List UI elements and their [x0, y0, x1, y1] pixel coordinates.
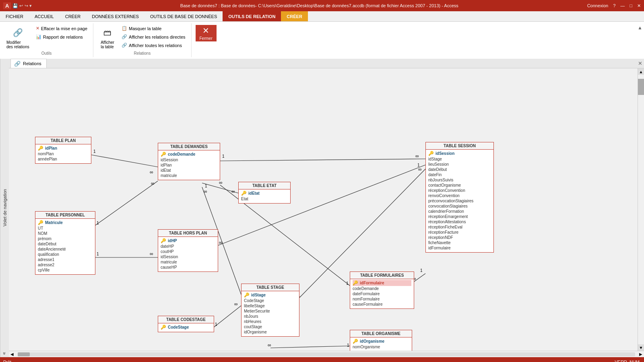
table-plan-body: 🔑 idPlan nomPlan annéePlan [35, 144, 91, 163]
field-lieusession: lieuSession [428, 162, 491, 167]
table-demandes-header: TABLE DEMANDES [158, 143, 220, 150]
right-scrollbar[interactable]: ▲ ▼ [638, 68, 644, 351]
svg-text:∞: ∞ [219, 240, 223, 245]
tab-creer2[interactable]: CRÉER [281, 11, 308, 21]
field-qualification: qualification [38, 252, 93, 257]
table-session[interactable]: TABLE SESSION 🔑 idSession idStage lieuSe… [425, 142, 494, 253]
svg-line-17 [218, 165, 425, 245]
table-demandes[interactable]: TABLE DEMANDES 🔑 codeDemande idSession i… [158, 143, 220, 180]
relations-tab-icon: 🔗 [14, 61, 21, 67]
field-fichenavette: ficheNavette [428, 240, 491, 245]
field-coutstage: coutStage [244, 324, 297, 329]
hscroll-thumb[interactable] [18, 352, 30, 356]
table-formulaires[interactable]: TABLE FORMULAIRES 🔑 idFormulaire codeDem… [350, 272, 414, 309]
nav-pane[interactable]: » Volet de navigation [0, 59, 9, 357]
help-btn[interactable]: ? [613, 3, 615, 8]
key-icon: 🔑 [353, 280, 358, 286]
hscroll[interactable]: ◀ ▶ [9, 351, 644, 357]
field-nom: NOM [38, 231, 93, 236]
field-idstage: 🔑 idStage [244, 292, 297, 298]
table-codestage[interactable]: TABLE CODESTAGE 🔑 CodeStage [158, 316, 214, 332]
masquer-table-btn[interactable]: 📋 Masquer la table [120, 25, 187, 32]
hscroll-right-btn[interactable]: ▶ [638, 352, 644, 356]
tab-creer[interactable]: CRÉER [60, 11, 87, 21]
tab-accueil[interactable]: ACCUEIL [29, 11, 60, 21]
hscroll-track[interactable] [18, 352, 635, 356]
relations-tab[interactable]: 🔗 Relations [10, 59, 47, 68]
tab-outils-relation[interactable]: OUTILS DE RELATION [223, 11, 281, 21]
table-etat[interactable]: TABLE ETAT 🔑 idEtat Etat [238, 182, 291, 204]
fermer-btn[interactable]: ✕ Fermer [196, 25, 217, 41]
table-codestage-header: TABLE CODESTAGE [158, 316, 214, 323]
tab-donnees-externes[interactable]: DONNÉES EXTERNES [86, 11, 144, 21]
field-idsession-hp: idSession [161, 254, 215, 259]
field-codedemande-frm: codeDemande [353, 286, 411, 291]
field-idhp: 🔑 idHP [161, 238, 215, 244]
afficher-relations-directes-btn[interactable]: 🔗 Afficher les relations directes [120, 33, 187, 40]
field-datedebut-ses: dateDébut [428, 167, 491, 172]
svg-text:∞: ∞ [231, 189, 235, 194]
field-idetat-dem: idEtat [161, 168, 217, 173]
ribbon-tabs: FICHIER ACCUEIL CRÉER DONNÉES EXTERNES O… [0, 11, 644, 22]
table-session-body: 🔑 idSession idStage lieuSession dateDébu… [426, 150, 493, 252]
maximize-btn[interactable]: □ [630, 3, 632, 8]
scroll-up-btn[interactable]: ▲ [638, 68, 644, 75]
field-idsession-dem: idSession [161, 157, 217, 162]
scroll-track[interactable] [638, 75, 644, 344]
tab-close-btn[interactable]: ✕ [638, 60, 642, 66]
table-stage-body: 🔑 idStage CodeStage libelleStage MetierS… [242, 291, 299, 336]
svg-line-0 [91, 155, 158, 167]
effacer-mise-en-page-btn[interactable]: ✕ Effacer la mise en page [34, 25, 89, 32]
table-personnel[interactable]: TABLE PERSONNEL 🔑 Matricule UT NOM préno… [35, 211, 95, 275]
field-dateformulaire: dateFormulaire [353, 291, 411, 296]
ribbon-group-outils: 🔗 Modifierdes relations ✕ Effacer la mis… [0, 23, 93, 57]
tab-outils-bdd[interactable]: OUTILS DE BASE DE DONNÉES [144, 11, 223, 21]
table-plan[interactable]: TABLE PLAN 🔑 idPlan nomPlan annéePlan [35, 137, 91, 164]
field-nomplan: nomPlan [38, 151, 89, 156]
table-organisme-header: TABLE ORGANISME [350, 330, 412, 337]
field-idetat: 🔑 idEtat [241, 190, 288, 196]
scroll-down-btn[interactable]: ▼ [638, 344, 644, 351]
key-icon: 🔑 [161, 238, 166, 243]
status-verr: VERR. NUM. [615, 360, 641, 362]
tab-fichier[interactable]: FICHIER [0, 11, 29, 21]
table-formulaires-body: 🔑 idFormulaire codeDemande dateFormulair… [350, 279, 414, 309]
scroll-thumb[interactable] [638, 79, 644, 95]
field-receptionconvention: réceptionConvention [428, 188, 491, 193]
minimize-btn[interactable]: — [620, 3, 625, 8]
field-preconvocation: préconvocationStagiaires [428, 198, 491, 204]
field-receptionemargement: réceptionEmargement [428, 214, 491, 219]
toutes-relations-icon: 🔗 [122, 43, 127, 48]
modifier-relations-btn[interactable]: 🔗 Modifierdes relations [4, 25, 32, 50]
table-session-header: TABLE SESSION [426, 142, 493, 150]
window-title: Base de données7 : Base de données- C:\U… [52, 3, 587, 8]
field-receptionficheeval: réceptionFicheEval [428, 224, 491, 230]
field-idplan-dem: idPlan [161, 162, 217, 168]
key-icon: 🔑 [428, 151, 434, 156]
table-stage[interactable]: TABLE STAGE 🔑 idStage CodeStage libelleS… [241, 284, 299, 337]
rapport-relations-btn[interactable]: 📊 Rapport de relations [34, 33, 89, 40]
svg-text:∞: ∞ [150, 169, 153, 175]
table-etat-header: TABLE ETAT [239, 182, 290, 189]
afficher-table-btn[interactable]: 🗃 Afficherla table [97, 25, 118, 50]
field-idsession: 🔑 idSession [428, 150, 491, 156]
table-hors-plan[interactable]: TABLE HORS PLAN 🔑 idHP dateHP coutHP idS… [158, 229, 218, 272]
close-btn[interactable]: ✕ [637, 3, 641, 8]
field-causehp: causeHP [161, 265, 215, 270]
rapport-label: Rapport de relations [43, 35, 83, 39]
field-nbjourssuivis: nbJoursSuivis [428, 177, 491, 183]
table-personnel-header: TABLE PERSONNEL [35, 212, 95, 219]
ribbon-collapse-btn[interactable]: ▲ [638, 25, 642, 31]
svg-line-20 [214, 306, 241, 327]
table-organisme[interactable]: TABLE ORGANISME 🔑 idOrganisme nomOrganis… [350, 330, 412, 351]
masquer-label: Masquer la table [129, 26, 161, 31]
key-icon: 🔑 [244, 292, 250, 298]
table-plan-header: TABLE PLAN [35, 137, 91, 144]
field-prenom: prénom [38, 236, 93, 241]
nav-pane-label: Volet de navigation [2, 189, 7, 227]
hscroll-left-btn[interactable]: ◀ [9, 352, 15, 356]
diagram-canvas[interactable]: 1 ∞ 1 ∞ 1 ∞ ∞ 1 ∞ 1 ∞ [9, 68, 644, 351]
toutes-relations-label: Afficher toutes les relations [129, 43, 182, 48]
svg-text:1: 1 [420, 268, 423, 273]
afficher-toutes-relations-btn[interactable]: 🔗 Afficher toutes les relations [120, 42, 187, 49]
